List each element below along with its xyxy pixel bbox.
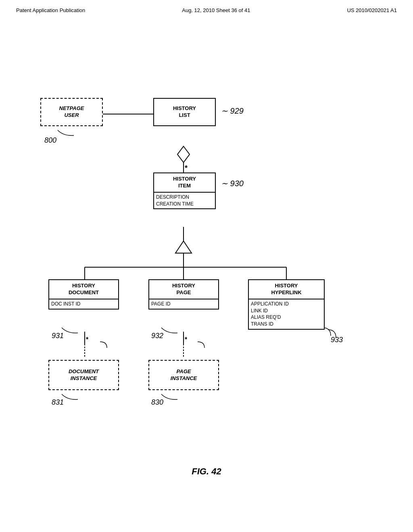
ref-932-label: 932: [151, 332, 163, 340]
page-instance-label: PAGEINSTANCE: [171, 368, 197, 382]
ref-831-label: 831: [52, 398, 64, 407]
figure-label: FIG. 42: [192, 466, 221, 477]
page-header: Patent Application Publication Aug. 12, …: [0, 0, 413, 13]
history-document-attrs: DOC INST ID: [49, 299, 118, 309]
history-document-box: HISTORYDOCUMENT DOC INST ID: [48, 279, 119, 310]
history-hyperlink-attrs: APPLICATION IDLINK IDALIAS REQ'DTRANS ID: [249, 299, 324, 329]
header-right: US 2010/0202021 A1: [347, 7, 397, 13]
diagram-area: * * * NETPAGEUSER: [0, 21, 413, 505]
svg-text:*: *: [86, 336, 89, 343]
history-item-box: HISTORYITEM DESCRIPTIONCREATION TIME: [153, 172, 216, 209]
header-left: Patent Application Publication: [16, 7, 85, 13]
document-instance-label: DOCUMENTINSTANCE: [69, 368, 99, 382]
ref-933-label: 933: [331, 336, 343, 344]
ref-800-label: 800: [44, 136, 56, 145]
netpage-user-label: NETPAGEUSER: [59, 105, 84, 119]
history-page-attrs: PAGE ID: [149, 299, 218, 309]
document-instance-box: DOCUMENTINSTANCE: [48, 360, 119, 390]
ref-931-label: 931: [52, 332, 64, 340]
ref-930-label: ∼ 930: [221, 179, 244, 188]
history-page-box: HISTORYPAGE PAGE ID: [148, 279, 219, 310]
page-instance-box: PAGEINSTANCE: [148, 360, 219, 390]
svg-marker-5: [175, 241, 192, 253]
ref-929-label: ∼ 929: [221, 106, 244, 116]
ref-800: [56, 128, 78, 140]
svg-marker-1: [177, 146, 190, 162]
history-hyperlink-box: HISTORYHYPERLINK APPLICATION IDLINK IDAL…: [248, 279, 325, 330]
netpage-user-box: NETPAGEUSER: [40, 98, 103, 126]
history-list-label: HISTORYLIST: [173, 105, 196, 119]
connectors-svg: * * *: [0, 21, 413, 505]
svg-text:*: *: [185, 164, 188, 172]
header-center: Aug. 12, 2010 Sheet 36 of 41: [182, 7, 250, 13]
ref-830-label: 830: [151, 398, 163, 407]
svg-text:*: *: [185, 336, 188, 343]
history-list-box: HISTORYLIST: [153, 98, 216, 126]
history-item-attrs: DESCRIPTIONCREATION TIME: [154, 192, 215, 209]
